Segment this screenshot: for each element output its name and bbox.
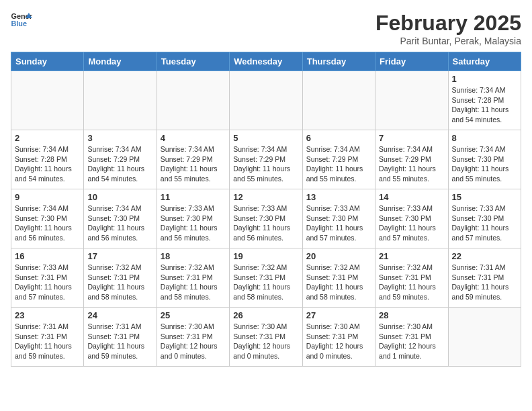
calendar-day-cell: 28Sunrise: 7:30 AMSunset: 7:31 PMDayligh… — [375, 308, 448, 367]
calendar-week-row: 2Sunrise: 7:34 AMSunset: 7:28 PMDaylight… — [11, 130, 521, 189]
title-block: February 2025 Parit Buntar, Perak, Malay… — [375, 11, 521, 46]
day-of-week-header: Tuesday — [157, 52, 229, 71]
day-of-week-header: Saturday — [448, 52, 521, 71]
calendar-day-cell: 27Sunrise: 7:30 AMSunset: 7:31 PMDayligh… — [302, 308, 375, 367]
day-info: Sunrise: 7:31 AMSunset: 7:31 PMDaylight:… — [87, 322, 152, 361]
day-number: 20 — [306, 251, 371, 261]
calendar-day-cell — [84, 71, 157, 130]
day-number: 26 — [233, 310, 298, 320]
calendar-day-cell: 3Sunrise: 7:34 AMSunset: 7:29 PMDaylight… — [84, 130, 157, 189]
calendar-day-cell: 22Sunrise: 7:31 AMSunset: 7:31 PMDayligh… — [448, 248, 521, 308]
day-info: Sunrise: 7:33 AMSunset: 7:31 PMDaylight:… — [15, 263, 80, 302]
day-info: Sunrise: 7:30 AMSunset: 7:31 PMDaylight:… — [233, 322, 298, 361]
logo-icon: General Blue — [11, 11, 32, 30]
day-info: Sunrise: 7:32 AMSunset: 7:31 PMDaylight:… — [306, 263, 371, 302]
day-number: 5 — [233, 133, 298, 143]
day-of-week-header: Sunday — [11, 52, 84, 71]
day-number: 8 — [452, 133, 517, 143]
calendar-day-cell — [230, 71, 302, 130]
day-info: Sunrise: 7:34 AMSunset: 7:28 PMDaylight:… — [15, 144, 80, 184]
day-info: Sunrise: 7:33 AMSunset: 7:30 PMDaylight:… — [161, 203, 226, 243]
calendar-day-cell: 15Sunrise: 7:33 AMSunset: 7:30 PMDayligh… — [448, 189, 521, 248]
calendar-day-cell: 12Sunrise: 7:33 AMSunset: 7:30 PMDayligh… — [230, 189, 302, 248]
calendar-day-cell: 17Sunrise: 7:32 AMSunset: 7:31 PMDayligh… — [84, 248, 157, 308]
day-info: Sunrise: 7:33 AMSunset: 7:30 PMDaylight:… — [306, 203, 371, 243]
calendar-day-cell: 2Sunrise: 7:34 AMSunset: 7:28 PMDaylight… — [11, 130, 84, 189]
day-of-week-header: Friday — [375, 52, 448, 71]
day-number: 21 — [379, 251, 444, 261]
day-number: 23 — [15, 310, 80, 320]
calendar-week-row: 16Sunrise: 7:33 AMSunset: 7:31 PMDayligh… — [11, 248, 521, 308]
day-info: Sunrise: 7:30 AMSunset: 7:31 PMDaylight:… — [379, 322, 444, 361]
day-number: 14 — [379, 192, 444, 202]
day-number: 16 — [15, 251, 80, 261]
calendar-day-cell — [302, 71, 375, 130]
day-info: Sunrise: 7:34 AMSunset: 7:29 PMDaylight:… — [233, 144, 298, 184]
day-number: 4 — [161, 133, 226, 143]
calendar-week-row: 9Sunrise: 7:34 AMSunset: 7:30 PMDaylight… — [11, 189, 521, 248]
calendar-day-cell: 5Sunrise: 7:34 AMSunset: 7:29 PMDaylight… — [230, 130, 302, 189]
day-number: 2 — [15, 133, 80, 143]
calendar-day-cell — [375, 71, 448, 130]
day-info: Sunrise: 7:30 AMSunset: 7:31 PMDaylight:… — [306, 322, 371, 361]
calendar-day-cell: 21Sunrise: 7:32 AMSunset: 7:31 PMDayligh… — [375, 248, 448, 308]
day-number: 7 — [379, 133, 444, 143]
day-of-week-header: Monday — [84, 52, 157, 71]
calendar-week-row: 1Sunrise: 7:34 AMSunset: 7:28 PMDaylight… — [11, 71, 521, 130]
calendar-day-cell: 9Sunrise: 7:34 AMSunset: 7:30 PMDaylight… — [11, 189, 84, 248]
day-number: 6 — [306, 133, 371, 143]
calendar-day-cell: 16Sunrise: 7:33 AMSunset: 7:31 PMDayligh… — [11, 248, 84, 308]
calendar-week-row: 23Sunrise: 7:31 AMSunset: 7:31 PMDayligh… — [11, 308, 521, 367]
calendar-day-cell: 10Sunrise: 7:34 AMSunset: 7:30 PMDayligh… — [84, 189, 157, 248]
day-number: 18 — [161, 251, 226, 261]
day-info: Sunrise: 7:32 AMSunset: 7:31 PMDaylight:… — [379, 263, 444, 302]
calendar-day-cell — [448, 308, 521, 367]
day-info: Sunrise: 7:34 AMSunset: 7:29 PMDaylight:… — [379, 144, 444, 184]
day-info: Sunrise: 7:33 AMSunset: 7:30 PMDaylight:… — [379, 203, 444, 243]
day-info: Sunrise: 7:34 AMSunset: 7:30 PMDaylight:… — [87, 203, 152, 243]
day-number: 12 — [233, 192, 298, 202]
location-subtitle: Parit Buntar, Perak, Malaysia — [375, 36, 521, 46]
calendar-header-row: SundayMondayTuesdayWednesdayThursdayFrid… — [11, 52, 521, 71]
day-of-week-header: Thursday — [302, 52, 375, 71]
day-of-week-header: Wednesday — [230, 52, 302, 71]
svg-text:Blue: Blue — [11, 19, 27, 28]
calendar-day-cell: 4Sunrise: 7:34 AMSunset: 7:29 PMDaylight… — [157, 130, 229, 189]
day-number: 25 — [161, 310, 226, 320]
day-info: Sunrise: 7:33 AMSunset: 7:30 PMDaylight:… — [233, 203, 298, 243]
day-number: 28 — [379, 310, 444, 320]
logo: General Blue — [11, 11, 32, 30]
day-number: 13 — [306, 192, 371, 202]
day-number: 24 — [87, 310, 152, 320]
day-number: 27 — [306, 310, 371, 320]
calendar-day-cell: 25Sunrise: 7:30 AMSunset: 7:31 PMDayligh… — [157, 308, 229, 367]
day-info: Sunrise: 7:32 AMSunset: 7:31 PMDaylight:… — [87, 263, 152, 302]
day-info: Sunrise: 7:30 AMSunset: 7:31 PMDaylight:… — [161, 322, 226, 361]
day-number: 19 — [233, 251, 298, 261]
day-info: Sunrise: 7:34 AMSunset: 7:29 PMDaylight:… — [161, 144, 226, 184]
day-number: 15 — [452, 192, 517, 202]
day-info: Sunrise: 7:31 AMSunset: 7:31 PMDaylight:… — [452, 263, 517, 302]
calendar-day-cell: 18Sunrise: 7:32 AMSunset: 7:31 PMDayligh… — [157, 248, 229, 308]
day-info: Sunrise: 7:34 AMSunset: 7:30 PMDaylight:… — [15, 203, 80, 243]
day-number: 1 — [452, 74, 517, 84]
month-title: February 2025 — [375, 11, 521, 36]
day-number: 9 — [15, 192, 80, 202]
calendar-day-cell: 23Sunrise: 7:31 AMSunset: 7:31 PMDayligh… — [11, 308, 84, 367]
day-info: Sunrise: 7:31 AMSunset: 7:31 PMDaylight:… — [15, 322, 80, 361]
calendar-day-cell: 19Sunrise: 7:32 AMSunset: 7:31 PMDayligh… — [230, 248, 302, 308]
day-number: 17 — [87, 251, 152, 261]
calendar-day-cell: 14Sunrise: 7:33 AMSunset: 7:30 PMDayligh… — [375, 189, 448, 248]
calendar-table: SundayMondayTuesdayWednesdayThursdayFrid… — [11, 52, 521, 367]
day-info: Sunrise: 7:32 AMSunset: 7:31 PMDaylight:… — [161, 263, 226, 302]
calendar-day-cell: 1Sunrise: 7:34 AMSunset: 7:28 PMDaylight… — [448, 71, 521, 130]
day-number: 10 — [87, 192, 152, 202]
calendar-day-cell: 26Sunrise: 7:30 AMSunset: 7:31 PMDayligh… — [230, 308, 302, 367]
calendar-day-cell: 11Sunrise: 7:33 AMSunset: 7:30 PMDayligh… — [157, 189, 229, 248]
day-number: 11 — [161, 192, 226, 202]
page-header: General Blue February 2025 Parit Buntar,… — [11, 11, 521, 46]
day-info: Sunrise: 7:32 AMSunset: 7:31 PMDaylight:… — [233, 263, 298, 302]
calendar-day-cell: 6Sunrise: 7:34 AMSunset: 7:29 PMDaylight… — [302, 130, 375, 189]
day-number: 22 — [452, 251, 517, 261]
calendar-day-cell: 13Sunrise: 7:33 AMSunset: 7:30 PMDayligh… — [302, 189, 375, 248]
